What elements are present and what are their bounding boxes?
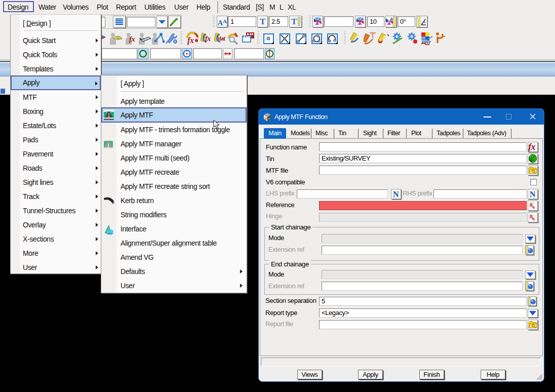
- svg-text:fx: fx: [129, 35, 136, 43]
- svg-text:dat: dat: [218, 36, 226, 42]
- svg-text:N: N: [393, 190, 399, 199]
- svg-text:fx: fx: [528, 142, 536, 151]
- svg-text:fx: fx: [187, 36, 194, 45]
- svg-text:N: N: [530, 190, 536, 199]
- svg-text:fx: fx: [205, 35, 211, 43]
